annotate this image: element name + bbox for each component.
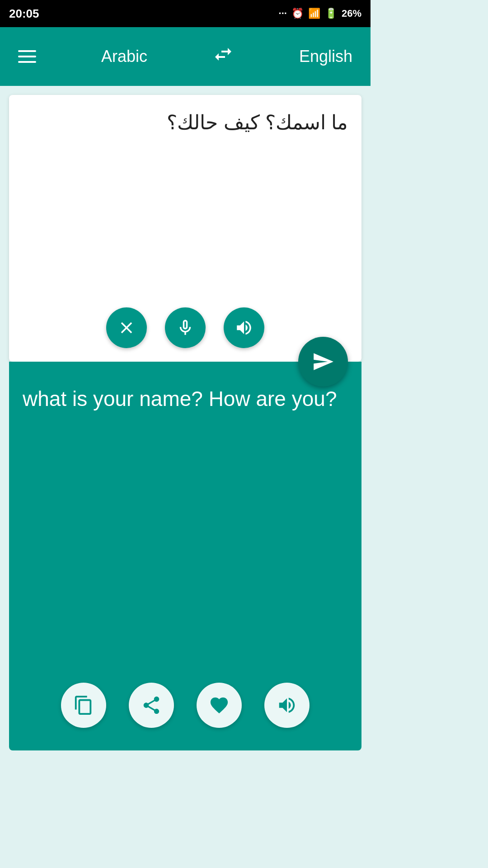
swap-languages-button[interactable] [212,43,234,70]
alarm-icon: ⏰ [291,8,304,19]
translation-text: what is your name? How are you? [23,384,348,413]
panels-wrapper: ما اسمك؟ كيف حالك؟ [0,86,371,750]
toolbar: Arabic English [0,27,371,86]
copy-button[interactable] [61,683,106,728]
status-time: 20:05 [9,7,39,21]
microphone-button[interactable] [165,307,206,348]
translation-panel: what is your name? How are you? [9,362,361,750]
battery-percent: 26% [342,8,361,19]
dots-icon: ··· [279,8,287,19]
source-actions [23,307,348,353]
menu-button[interactable] [18,50,36,63]
sim-icon: 📶 [308,8,320,19]
clear-button[interactable] [106,307,147,348]
status-icons: ··· ⏰ 📶 🔋 26% [279,8,361,19]
source-panel: ما اسمك؟ كيف حالك؟ [9,95,361,362]
favorite-button[interactable] [197,683,242,728]
translate-fab-button[interactable] [298,337,348,387]
target-language-label[interactable]: English [299,47,352,66]
speak-source-button[interactable] [224,307,264,348]
share-button[interactable] [129,683,174,728]
status-bar: 20:05 ··· ⏰ 📶 🔋 26% [0,0,371,27]
battery-icon: 🔋 [325,8,337,19]
source-language-label[interactable]: Arabic [101,47,147,66]
translation-actions [23,683,348,737]
speak-translation-button[interactable] [264,683,310,728]
source-text: ما اسمك؟ كيف حالك؟ [23,108,348,137]
